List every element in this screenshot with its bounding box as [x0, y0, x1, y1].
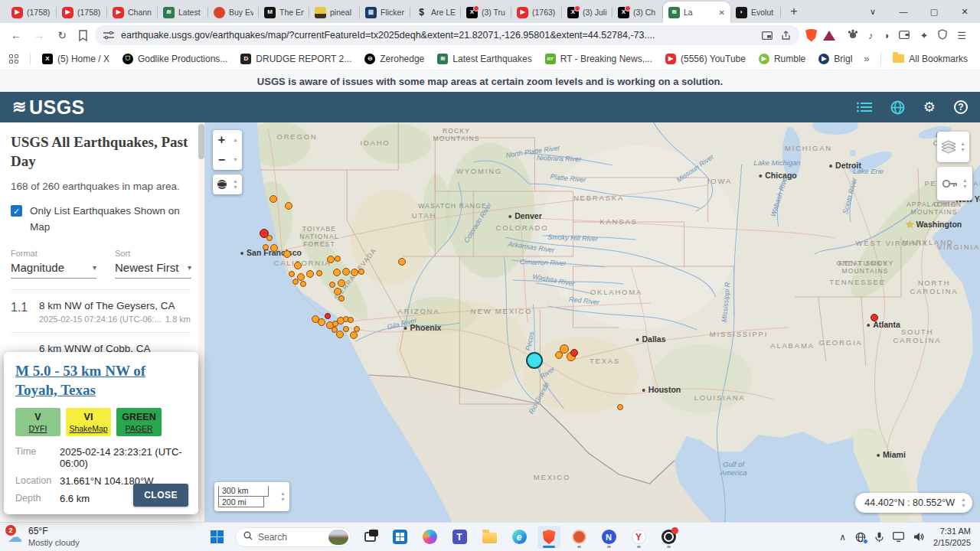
- earthquake-list-item[interactable]: 1.18 km NW of The Geysers, CA2025-02-15 …: [11, 290, 191, 333]
- impact-badge-shakemap[interactable]: VIShakeMap: [66, 408, 111, 436]
- bookmark-item[interactable]: ▶(5556) YouTube: [665, 54, 746, 64]
- reload-button[interactable]: ↻: [54, 27, 70, 44]
- earthquake-marker[interactable]: [270, 195, 277, 203]
- taskbar-app-edge[interactable]: e: [508, 526, 531, 549]
- browser-tab[interactable]: ▶Chann: [107, 2, 158, 23]
- close-window-button[interactable]: ✕: [949, 0, 980, 23]
- taskbar-app-copilot[interactable]: [418, 526, 441, 549]
- earthquake-marker[interactable]: [871, 314, 878, 321]
- browser-tab[interactable]: MThe En: [259, 2, 309, 23]
- bookmark-item[interactable]: DDRUDGE REPORT 2...: [240, 54, 351, 64]
- picture-in-picture-icon[interactable]: [761, 29, 773, 41]
- impact-badge-dyfi[interactable]: VDYFI: [15, 408, 60, 436]
- bookmark-item[interactable]: ▶Brighteon: [818, 54, 852, 64]
- spinner-up-icon[interactable]: ▲: [233, 178, 238, 184]
- earthquake-marker[interactable]: [338, 295, 345, 302]
- earthquake-marker[interactable]: [354, 326, 360, 332]
- earthquake-marker[interactable]: [283, 250, 291, 258]
- earthquake-marker[interactable]: [329, 282, 335, 288]
- media-icon[interactable]: ♪: [868, 30, 874, 41]
- spinner-down-icon[interactable]: ▼: [233, 184, 238, 191]
- extension-paw-icon[interactable]: [848, 29, 858, 41]
- earthquake-marker[interactable]: [334, 288, 341, 295]
- browser-tab[interactable]: ▶(1758): [6, 2, 57, 23]
- earthquake-marker[interactable]: [343, 326, 349, 332]
- bookmark-item[interactable]: ≋Latest Earthquakes: [437, 54, 531, 64]
- spinner-down-icon[interactable]: ▼: [962, 184, 968, 190]
- browser-tab[interactable]: pineal: [309, 2, 360, 23]
- earthquake-marker[interactable]: [398, 258, 406, 266]
- taskbar-app-start[interactable]: [205, 526, 228, 549]
- earthquake-marker[interactable]: [555, 351, 563, 359]
- earthquake-marker[interactable]: [270, 244, 278, 252]
- earthquake-detail-link[interactable]: M 5.0 - 53 km NW of Toyah, Texas: [15, 362, 187, 399]
- earthquake-marker[interactable]: [300, 281, 306, 287]
- clock[interactable]: 7:31 AM 2/15/2025: [933, 526, 971, 548]
- taskbar-app-obs[interactable]: [657, 526, 680, 549]
- theme-toggle-icon[interactable]: ◑: [884, 30, 890, 41]
- url-text[interactable]: earthquake.usgs.gov/earthquakes/map/?cur…: [121, 30, 755, 41]
- browser-tab[interactable]: ▶(1763): [511, 2, 562, 23]
- map-home-control[interactable]: ▲▼: [213, 174, 242, 194]
- earthquake-marker[interactable]: [526, 352, 543, 369]
- format-select[interactable]: Format Magnitude: [11, 249, 96, 279]
- browser-tab[interactable]: Buy Ev: [208, 2, 259, 23]
- site-settings-icon[interactable]: [103, 29, 115, 41]
- earthquake-marker[interactable]: [285, 202, 292, 210]
- earthquake-marker[interactable]: [335, 256, 341, 262]
- earthquake-marker[interactable]: [350, 331, 358, 339]
- sidebar-scrollbar[interactable]: [198, 122, 204, 522]
- bookmark-item[interactable]: ΘZerohedge: [364, 54, 424, 64]
- earthquake-marker[interactable]: [333, 269, 341, 276]
- spinner-up-icon[interactable]: ▲: [233, 137, 238, 143]
- microphone-icon[interactable]: [875, 532, 884, 543]
- maximize-button[interactable]: ▢: [919, 0, 949, 23]
- hidden-icons-chevron[interactable]: ∧: [839, 532, 846, 543]
- tab-search-button[interactable]: ∨: [858, 0, 888, 23]
- list-view-icon[interactable]: [857, 102, 872, 112]
- earthquake-marker[interactable]: [348, 317, 354, 323]
- browser-tab[interactable]: X(3) Ch: [612, 2, 663, 23]
- earthquake-marker[interactable]: [342, 268, 350, 276]
- all-bookmarks-button[interactable]: All Bookmarks: [893, 54, 971, 64]
- earthquake-marker[interactable]: [358, 269, 364, 275]
- format-value[interactable]: Magnitude: [11, 258, 96, 279]
- forward-button[interactable]: →: [31, 27, 47, 44]
- earthquake-marker[interactable]: [263, 244, 269, 250]
- taskbar-app-brave[interactable]: [537, 526, 560, 549]
- bookmarks-overflow-button[interactable]: »: [864, 53, 869, 64]
- bookmark-item[interactable]: ᗜGodlike Productions...: [122, 54, 227, 64]
- spinner-down-icon[interactable]: ▼: [233, 157, 238, 163]
- checkbox-checked-icon[interactable]: [11, 205, 22, 217]
- wallet-icon[interactable]: [899, 30, 910, 41]
- settings-gear-icon[interactable]: ⚙: [923, 100, 936, 114]
- search-highlight-image[interactable]: [328, 530, 348, 545]
- earthquake-marker[interactable]: [292, 279, 299, 285]
- spinner-up-icon[interactable]: ▲: [961, 497, 966, 503]
- menu-icon[interactable]: ☰: [957, 30, 966, 41]
- taskbar-app-vpn[interactable]: N: [597, 526, 620, 549]
- taskbar-app-ddg[interactable]: [567, 526, 590, 549]
- browser-tab[interactable]: $Are LE: [410, 2, 461, 23]
- brave-rewards-icon[interactable]: [823, 31, 835, 41]
- earthquake-marker[interactable]: [318, 318, 325, 326]
- weather-widget[interactable]: ☁2 65°F Mostly cloudy: [0, 526, 191, 549]
- scrollbar-thumb[interactable]: [198, 124, 204, 159]
- browser-tab[interactable]: ▦Flicker: [360, 2, 410, 23]
- browser-tab[interactable]: ≋La✕: [663, 2, 730, 23]
- taskbar-app-teams[interactable]: T: [448, 526, 471, 549]
- taskbar-search-box[interactable]: Search: [235, 527, 351, 547]
- map-legend-control[interactable]: ▲▼: [937, 167, 972, 201]
- taskbar-app-yandex[interactable]: Y: [627, 526, 650, 549]
- network-icon[interactable]: [855, 532, 866, 543]
- vpn-icon[interactable]: [938, 29, 947, 42]
- back-button[interactable]: ←: [8, 27, 24, 44]
- bookmark-item[interactable]: RTRT - Breaking News,...: [545, 54, 652, 64]
- sort-value[interactable]: Newest First: [115, 258, 191, 279]
- bookmark-item[interactable]: ▶Rumble: [759, 54, 805, 64]
- impact-badge-pager[interactable]: GREENPAGER: [116, 408, 162, 436]
- spinner-up-icon[interactable]: ▲: [962, 178, 968, 184]
- earthquake-marker[interactable]: [325, 313, 331, 319]
- taskbar-app-store[interactable]: [388, 526, 411, 549]
- spinner-up-icon[interactable]: ▲: [280, 491, 286, 497]
